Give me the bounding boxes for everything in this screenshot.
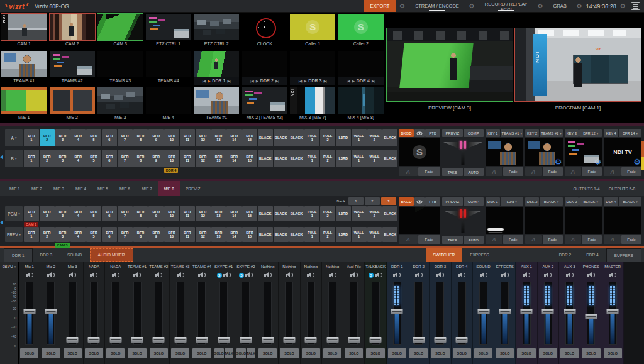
- volume-fader[interactable]: [322, 280, 343, 346]
- bank-button[interactable]: 3: [381, 197, 396, 205]
- source-monitor[interactable]: CLOCK: [241, 13, 289, 50]
- preview-monitor[interactable]: PREVIEW [CAM 3]: [386, 28, 513, 111]
- channel-mute-toggle[interactable]: [501, 270, 509, 280]
- source-monitor[interactable]: |◀ ▶ DDR 3 ▶|: [289, 50, 337, 87]
- fade-select-button[interactable]: Fade: [582, 167, 602, 176]
- module-tab[interactable]: DDR 1: [4, 248, 33, 262]
- crosspoint-button[interactable]: BLACK: [274, 206, 289, 221]
- channel-mute-toggle[interactable]: [90, 270, 97, 280]
- key-preview-thumb[interactable]: ⚙: [565, 138, 602, 166]
- solo-button[interactable]: SOLO: [409, 348, 428, 358]
- take-button[interactable]: TAKE: [442, 236, 463, 244]
- auto-button[interactable]: AUTO: [464, 236, 484, 244]
- dsk-preview-thumb[interactable]: [604, 207, 641, 234]
- fade-select-button[interactable]: Fade: [543, 235, 563, 244]
- bus-selector[interactable]: PREV▾: [5, 227, 23, 242]
- fader-handle[interactable]: [240, 337, 252, 343]
- solo-button[interactable]: SOLO: [323, 348, 341, 358]
- volume-fader[interactable]: [213, 280, 235, 346]
- skip-forward-icon[interactable]: ▶|: [372, 77, 375, 85]
- source-video-thumb[interactable]: [194, 14, 239, 40]
- crosspoint-button[interactable]: BFR11: [180, 129, 195, 146]
- dsk-button[interactable]: DSK 3: [565, 197, 579, 206]
- export-settings-gear-icon[interactable]: ⚙: [399, 3, 405, 9]
- channel-mute-toggle[interactable]: [264, 270, 272, 280]
- fader-track[interactable]: [285, 282, 293, 345]
- channel-mute-toggle[interactable]: [177, 270, 184, 280]
- source-monitor[interactable]: M/E 4: [145, 86, 193, 123]
- solo-button[interactable]: SOLO: [345, 348, 363, 358]
- solo-button[interactable]: SOLO: [453, 348, 471, 358]
- channel-mute-toggle[interactable]: [458, 270, 465, 280]
- source-monitor[interactable]: TEAMS #1: [192, 86, 241, 123]
- source-monitor[interactable]: MIX 4 [M/E 8]: [337, 86, 386, 123]
- ftb-button[interactable]: FTB: [425, 197, 440, 206]
- source-video-thumb[interactable]: NDI: [1, 14, 47, 40]
- t-bar[interactable]: [442, 138, 484, 167]
- crosspoint-button[interactable]: WALL2: [367, 129, 382, 146]
- source-monitor[interactable]: |◀ ▶ DDR 2 ▶|: [241, 50, 289, 87]
- crosspoint-button[interactable]: BLACK: [258, 206, 273, 221]
- volume-fader[interactable]: [257, 280, 278, 346]
- solo-button[interactable]: SOLO: [214, 348, 224, 358]
- source-monitor[interactable]: NDI CAM 1: [0, 13, 48, 50]
- play-icon[interactable]: ▶: [352, 77, 355, 85]
- module-tab[interactable]: DDR 4: [579, 248, 606, 262]
- fader-track[interactable]: [436, 282, 444, 345]
- grab-button[interactable]: GRAB: [547, 0, 573, 12]
- channel-mute-toggle[interactable]: [112, 270, 119, 280]
- crosspoint-button[interactable]: BLACK: [274, 129, 289, 146]
- source-video-thumb[interactable]: [194, 87, 239, 114]
- solo-button[interactable]: TALK: [247, 348, 255, 358]
- source-video-thumb[interactable]: [97, 14, 143, 40]
- dsk-preview-thumb[interactable]: [565, 207, 602, 234]
- stream-encode-button[interactable]: STREAM / ENCODE: [409, 0, 465, 12]
- program-monitor[interactable]: NDI viz PROGRAM [CAM 1]: [514, 28, 641, 111]
- me-tab[interactable]: M/E 1: [4, 181, 26, 196]
- solo-button[interactable]: SOLO: [496, 348, 514, 358]
- crosspoint-button[interactable]: BFR4: [70, 227, 86, 242]
- source-monitor[interactable]: M/E 1: [0, 86, 48, 123]
- record-settings-gear-icon[interactable]: ⚙: [538, 3, 543, 9]
- skip-back-icon[interactable]: |◀: [347, 77, 350, 85]
- crosspoint-button[interactable]: BFR6: [102, 150, 117, 167]
- auto-button[interactable]: AUTO: [464, 168, 484, 176]
- module-tab[interactable]: SOUND: [60, 248, 89, 262]
- source-video-thumb[interactable]: [290, 51, 335, 77]
- source-monitor[interactable]: CAM 3: [96, 13, 145, 50]
- crosspoint-button[interactable]: BFR4: [70, 206, 86, 221]
- fader-handle[interactable]: [456, 337, 468, 343]
- fade-select-button[interactable]: Fade: [621, 167, 641, 176]
- fader-handle[interactable]: [174, 337, 186, 343]
- crosspoint-button[interactable]: BFR12: [196, 206, 211, 221]
- crosspoint-button[interactable]: BFR1: [24, 206, 39, 221]
- source-monitor[interactable]: CAM 2: [48, 13, 97, 50]
- source-monitor[interactable]: TEAMS #3: [96, 50, 145, 87]
- bank-button[interactable]: 1: [348, 197, 364, 205]
- crosspoint-button[interactable]: BFR14: [226, 129, 242, 146]
- solo-button[interactable]: SOLO: [366, 348, 384, 358]
- stream-settings-gear-icon[interactable]: ⚙: [469, 3, 475, 9]
- crosspoint-button[interactable]: BFR10: [164, 129, 179, 146]
- dsk-source-dropdown[interactable]: BLACK▾: [540, 197, 562, 206]
- play-icon[interactable]: ▶: [256, 77, 258, 85]
- crosspoint-button[interactable]: BFR11: [180, 206, 195, 221]
- key-source-dropdown[interactable]: TEAMS #2▾: [540, 129, 562, 137]
- fader-track[interactable]: [544, 282, 552, 345]
- channel-mute-toggle[interactable]: [415, 270, 423, 280]
- crosspoint-button[interactable]: WALL2: [367, 227, 382, 242]
- crosspoint-button[interactable]: BFR1: [24, 150, 39, 167]
- fader-handle[interactable]: [391, 309, 403, 314]
- crosspoint-button[interactable]: FULL1: [304, 129, 319, 146]
- crosspoint-button[interactable]: BFR13: [211, 206, 226, 221]
- source-monitor[interactable]: PTZ CTRL 1: [145, 13, 193, 50]
- source-monitor[interactable]: Caller 2: [337, 13, 386, 50]
- fader-track[interactable]: [111, 282, 119, 345]
- fade-select-button[interactable]: Fade: [418, 235, 440, 244]
- play-icon[interactable]: ▶: [208, 77, 210, 85]
- crosspoint-button[interactable]: L3RD: [336, 129, 351, 146]
- source-monitor[interactable]: PTZ CTRL 2: [192, 13, 241, 50]
- fader-handle[interactable]: [305, 337, 317, 343]
- panel-scroll-arrow[interactable]: [0, 220, 3, 225]
- source-monitor[interactable]: M/E 3: [96, 86, 145, 123]
